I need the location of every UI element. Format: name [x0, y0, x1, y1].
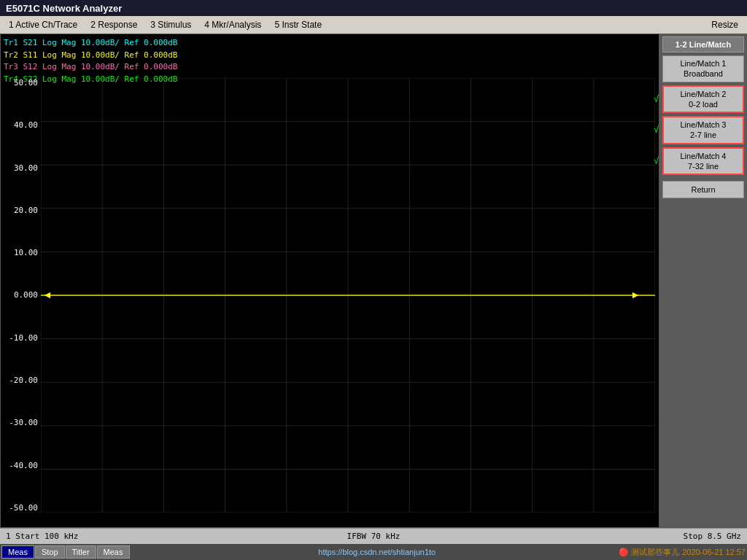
status-right: Stop 8.5 GHz [557, 532, 741, 541]
toolbar-btn-titler[interactable]: Titler [66, 545, 96, 559]
chart-area: Tr1 S21 Log Mag 10.00dB/ Ref 0.000dB Tr2… [0, 34, 659, 528]
toolbar-btn-meas2[interactable]: Meas [97, 545, 130, 559]
bottom-toolbar: Meas Stop Titler Meas https://blog.csdn.… [0, 544, 747, 560]
right-panel: 1-2 Line/Match Line/Match 1 Broadband √ … [659, 34, 747, 528]
y-label-10: 10.00 [14, 248, 38, 257]
toolbar-btn-stop[interactable]: Stop [35, 545, 65, 559]
menu-instr-state[interactable]: 5 Instr State [268, 18, 328, 31]
toolbar-btn-meas[interactable]: Meas [1, 545, 34, 559]
panel-return-button[interactable]: Return [662, 181, 744, 198]
y-label-0: 0.000 [14, 290, 38, 300]
app-title: E5071C Network Analyzer [6, 3, 122, 14]
menu-bar: 1 Active Ch/Trace 2 Response 3 Stimulus … [0, 16, 747, 34]
panel-btn-wrap-3: √ Line/Match 3 2-7 line [662, 116, 744, 144]
panel-btn-wrap-2: √ Line/Match 2 0-2 load [662, 85, 744, 114]
y-label-n10: -10.00 [9, 333, 38, 343]
menu-resize[interactable]: Resize [705, 18, 744, 31]
svg-text:►: ► [630, 289, 640, 300]
panel-header: 1-2 Line/Match [662, 36, 744, 52]
y-label-40: 40.00 [14, 120, 38, 130]
y-label-n50: -50.00 [9, 503, 38, 513]
status-bar: 1 Start 100 kHz IFBW 70 kHz Stop 8.5 GHz [0, 528, 747, 544]
trace-label-tr2: Tr2 S11 Log Mag 10.00dB/ Ref 0.000dB [4, 50, 177, 62]
svg-text:◄: ◄ [42, 289, 53, 300]
panel-btn-linematch4[interactable]: √ Line/Match 4 7-32 line [662, 147, 744, 176]
status-center: IFBW 70 kHz [190, 532, 557, 541]
menu-active-ch[interactable]: 1 Active Ch/Trace [3, 18, 83, 31]
y-label-20: 20.00 [14, 206, 38, 215]
y-label-n20: -20.00 [9, 376, 38, 385]
status-left: 1 Start 100 kHz [6, 532, 190, 541]
y-axis: 50.00 40.00 30.00 20.00 10.00 0.000 -10.… [1, 78, 41, 513]
menu-response[interactable]: 2 Response [85, 18, 143, 31]
toolbar-watermark: 🔴 测试那些事儿 2020-06-21 12:57 [619, 547, 746, 558]
title-bar: E5071C Network Analyzer [0, 0, 747, 16]
menu-stimulus[interactable]: 3 Stimulus [144, 18, 197, 31]
watermark-text: 🔴 测试那些事儿 [619, 547, 679, 558]
y-label-50: 50.00 [14, 78, 38, 88]
panel-btn-wrap-4: √ Line/Match 4 7-32 line [662, 147, 744, 176]
y-label-30: 30.00 [14, 163, 38, 173]
toolbar-url: https://blog.csdn.net/shtianjun1to [131, 548, 619, 556]
trace-label-tr3: Tr3 S12 Log Mag 10.00dB/ Ref 0.000dB [4, 61, 177, 74]
y-label-n40: -40.00 [9, 461, 38, 470]
datetime-text: 2020-06-21 12:57 [682, 548, 746, 556]
panel-btn-linematch1[interactable]: Line/Match 1 Broadband [662, 55, 744, 82]
main-content: Tr1 S21 Log Mag 10.00dB/ Ref 0.000dB Tr2… [0, 34, 747, 528]
trace-label-tr1: Tr1 S21 Log Mag 10.00dB/ Ref 0.000dB [4, 37, 177, 50]
menu-mkr-analysis[interactable]: 4 Mkr/Analysis [198, 18, 267, 31]
y-label-n30: -30.00 [9, 418, 38, 427]
chart-svg: ◄ ► [41, 78, 655, 513]
panel-btn-linematch3[interactable]: √ Line/Match 3 2-7 line [662, 116, 744, 144]
chart-grid: ◄ ► [41, 78, 655, 513]
panel-btn-linematch2[interactable]: √ Line/Match 2 0-2 load [662, 85, 744, 114]
